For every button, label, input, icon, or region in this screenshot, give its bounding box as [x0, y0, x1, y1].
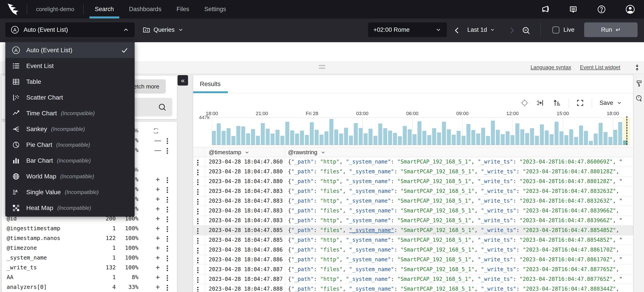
histogram-bar[interactable]	[525, 133, 529, 145]
histogram-bar[interactable]	[290, 131, 294, 145]
histogram-bar[interactable]	[393, 133, 397, 145]
histogram-bar[interactable]	[594, 134, 598, 145]
histogram-bar[interactable]	[574, 137, 578, 145]
help-icon[interactable]	[597, 5, 606, 14]
refresh-icon[interactable]	[152, 127, 160, 135]
histogram-bar[interactable]	[398, 136, 402, 145]
histogram-bar[interactable]	[598, 123, 602, 145]
histogram-bar[interactable]	[408, 129, 412, 145]
field-menu-icon[interactable]	[167, 196, 168, 204]
fullscreen-icon[interactable]	[576, 99, 584, 107]
feedback-icon[interactable]	[569, 5, 578, 14]
histogram-bar[interactable]	[427, 135, 431, 145]
histogram-bar[interactable]	[589, 141, 593, 145]
histogram-bar[interactable]	[540, 125, 544, 145]
histogram-bar[interactable]	[222, 131, 226, 145]
time-range-selector[interactable]: Last 1d	[467, 22, 495, 37]
queries-button[interactable]: Queries	[142, 22, 184, 37]
nav-tab-files[interactable]: Files	[175, 0, 190, 18]
histogram-bar[interactable]	[300, 131, 304, 145]
format-brush-icon[interactable]	[636, 80, 643, 87]
histogram-bar[interactable]	[501, 134, 505, 145]
histogram-bar[interactable]	[251, 129, 255, 145]
save-button[interactable]: Save	[600, 100, 622, 107]
row-menu-icon[interactable]	[197, 237, 198, 245]
event-row[interactable]: 2023-04-28 18:04:47.887{"_path": "files"…	[193, 265, 633, 275]
event-row[interactable]: 2023-04-28 18:04:47.880{"_path": "http",…	[193, 177, 633, 186]
field-menu-icon[interactable]	[167, 274, 168, 282]
field-menu-icon[interactable]	[167, 216, 168, 223]
collapse-vertical-icon[interactable]	[633, 64, 641, 71]
histogram-bar[interactable]	[305, 135, 309, 145]
histogram-bar[interactable]	[457, 131, 461, 145]
nav-tab-search[interactable]: Search	[94, 0, 115, 18]
menu-item-auto-event-list-[interactable]: AAuto (Event List)	[5, 42, 135, 58]
row-menu-icon[interactable]	[197, 218, 198, 225]
row-menu-icon[interactable]	[197, 208, 198, 215]
histogram-bar[interactable]	[618, 122, 622, 145]
histogram-bar[interactable]	[466, 124, 470, 145]
row-menu-icon[interactable]	[197, 169, 198, 176]
announcements-icon[interactable]	[540, 5, 550, 14]
histogram-bar[interactable]	[462, 136, 466, 145]
field-menu-icon[interactable]	[167, 225, 168, 233]
histogram-bar[interactable]	[324, 131, 328, 145]
menu-item-event-list[interactable]: Event List	[5, 58, 135, 74]
histogram-bar[interactable]	[545, 131, 549, 145]
field-menu-icon[interactable]	[167, 176, 168, 184]
histogram-bar[interactable]	[510, 135, 514, 145]
drag-handle[interactable]	[319, 65, 325, 70]
histogram-bar[interactable]	[560, 131, 564, 145]
histogram-bar[interactable]	[471, 130, 475, 145]
event-row[interactable]: 2023-04-28 18:04:47.886{"_path": "files"…	[193, 245, 633, 255]
histogram-bar[interactable]	[506, 131, 510, 145]
event-row[interactable]: 2023-04-28 18:04:47.885{"_path": "http",…	[193, 235, 633, 245]
event-row[interactable]: 2023-04-28 18:04:47.883{"_path": "http",…	[193, 196, 633, 206]
histogram-bar[interactable]	[432, 128, 436, 145]
histogram-bar[interactable]	[516, 123, 520, 145]
event-row[interactable]: 2023-04-28 18:04:47.887{"_path": "http",…	[193, 275, 633, 284]
add-field-button[interactable]: +	[154, 283, 161, 291]
row-menu-icon[interactable]	[197, 188, 198, 196]
remove-field-button[interactable]: —	[153, 146, 162, 154]
event-list-widget-link[interactable]: Event List widget	[580, 64, 620, 70]
row-menu-icon[interactable]	[197, 198, 198, 206]
histogram-bar[interactable]	[236, 126, 240, 145]
histogram-bar[interactable]	[486, 136, 490, 145]
add-field-button[interactable]: +	[154, 195, 161, 203]
crosshair-icon[interactable]	[520, 99, 529, 107]
histogram-bar[interactable]	[344, 128, 348, 145]
histogram-bar[interactable]	[418, 121, 422, 145]
row-menu-icon[interactable]	[197, 257, 198, 264]
previous-range-button[interactable]	[453, 26, 461, 34]
event-row[interactable]: 2023-04-28 18:04:47.883{"_path": "http",…	[193, 216, 633, 226]
add-field-button[interactable]: +	[154, 244, 161, 252]
histogram-bar[interactable]	[354, 123, 358, 145]
field-menu-icon[interactable]	[167, 255, 168, 262]
histogram-bar[interactable]	[608, 137, 612, 145]
histogram-bar[interactable]	[310, 122, 314, 145]
histogram-bar[interactable]	[241, 127, 245, 145]
add-field-button[interactable]: +	[154, 204, 161, 213]
histogram-bar[interactable]	[564, 135, 568, 145]
histogram-bar[interactable]	[364, 133, 368, 145]
histogram-bar[interactable]	[584, 131, 588, 145]
field-menu-icon[interactable]	[167, 245, 168, 253]
histogram-bar[interactable]	[261, 123, 265, 145]
nav-tab-dashboards[interactable]: Dashboards	[128, 0, 163, 18]
row-menu-icon[interactable]	[197, 159, 198, 166]
add-field-button[interactable]: +	[154, 253, 161, 262]
zoom-out-icon[interactable]	[522, 26, 530, 35]
event-row[interactable]: 2023-04-28 18:04:47.885{"_path": "files"…	[193, 226, 633, 235]
histogram-bar[interactable]	[388, 131, 392, 145]
histogram-bar[interactable]	[368, 129, 372, 145]
add-field-button[interactable]: +	[154, 214, 161, 223]
menu-item-single-value[interactable]: 1ASingle Value(Incompatible)	[5, 184, 135, 200]
menu-item-bar-chart[interactable]: Bar Chart(Incompatible)	[5, 153, 135, 168]
field-menu-icon[interactable]	[167, 186, 168, 194]
histogram-bar[interactable]	[491, 121, 495, 145]
field-menu-icon[interactable]	[167, 265, 168, 272]
field-menu-icon[interactable]	[167, 137, 168, 145]
histogram-bar[interactable]	[266, 129, 270, 145]
histogram-bar[interactable]	[442, 122, 446, 145]
